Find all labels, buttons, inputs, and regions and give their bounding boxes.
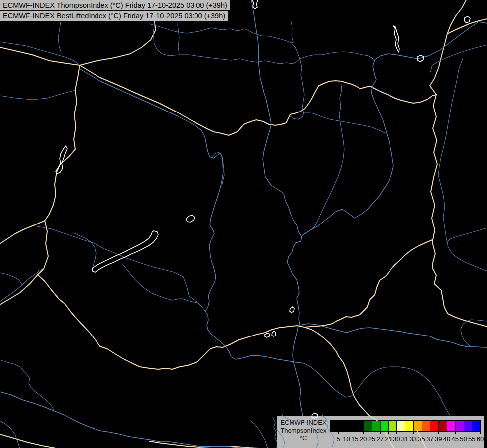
sio-channel <box>122 264 205 311</box>
legend-cell-30: 30 <box>388 420 397 432</box>
legend-tick-label: 15 <box>351 435 358 443</box>
legend-tick-label: 31 <box>401 435 408 443</box>
color-scale-cells: 51015202527293031333537394045505560 <box>330 420 481 432</box>
danube-river <box>80 69 304 363</box>
maros-river <box>300 324 487 347</box>
rivers-group <box>0 0 487 448</box>
legend-cell-31: 31 <box>396 420 405 432</box>
bottomleft-river <box>0 421 20 448</box>
legend-tick-label: 50 <box>460 435 467 443</box>
danube-upper-austria <box>0 42 78 64</box>
raab-river <box>37 226 197 302</box>
legend-tick-label: 10 <box>343 435 350 443</box>
lake-velence <box>186 215 195 222</box>
oxbow-lake-b <box>272 331 276 336</box>
maros-branch-ne <box>461 320 487 347</box>
legend-tick <box>480 431 481 434</box>
north-combined-river <box>300 52 375 62</box>
lake-balaton <box>92 231 158 272</box>
morava-river-west <box>58 22 61 52</box>
legend-cell-35: 35 <box>413 420 422 432</box>
somes-cris-river <box>438 59 487 271</box>
danube-serbia-arc <box>304 363 451 417</box>
cris-branch-east <box>446 228 487 242</box>
vah-river-upper <box>214 28 300 59</box>
drava-river-lower <box>0 392 249 448</box>
ne-small-lake <box>464 16 470 23</box>
upper-tisza-river <box>302 22 487 235</box>
leitha-river <box>0 90 75 100</box>
legend-cell-25: 25 <box>363 420 372 432</box>
lake-near-tisza <box>290 307 294 313</box>
vah-feeder-west <box>149 24 214 33</box>
lakes-group <box>56 0 470 337</box>
legend-cell-29: 29 <box>380 420 389 432</box>
border-serbia-croatia-south <box>304 327 371 417</box>
legend-tick-label: 37 <box>426 435 433 443</box>
legend-cell-40: 40 <box>438 420 447 432</box>
mura-river <box>0 269 42 302</box>
legend-tick-label: 55 <box>468 435 475 443</box>
mura-feeder <box>0 273 22 285</box>
legend-tick-label: 27 <box>376 435 383 443</box>
legend-tick-label: 39 <box>435 435 442 443</box>
border-bottom-center <box>149 441 259 448</box>
legend-tick-label: 35 <box>418 435 425 443</box>
legend-cell-39: 39 <box>430 420 439 432</box>
legend-cell-60: 60 <box>472 420 481 432</box>
border-ukraine-corner <box>430 0 466 95</box>
slovakia-small-river <box>291 22 293 43</box>
legend-cell-55: 55 <box>464 420 473 432</box>
legend-title-block: ECMWF-INDEX ThompsonIndex °C <box>277 419 330 442</box>
legend-cell-5: 5 <box>330 420 339 432</box>
border-bottom-left <box>0 434 56 448</box>
legend-title-line2: ThompsonIndex <box>277 427 330 435</box>
border-slovakia-hungary <box>80 65 436 135</box>
weather-map-canvas <box>0 0 487 448</box>
legend-cell-20: 20 <box>355 420 364 432</box>
legend-tick-label: 30 <box>393 435 400 443</box>
south-small-river-b <box>273 417 277 448</box>
legend-tick-label: 60 <box>477 435 484 443</box>
map-title-best-lifted-index: ECMWF-INDEX BestLiftedIndex (°C) Friday … <box>0 10 228 21</box>
legend-tick-label: 33 <box>410 435 417 443</box>
kapos-river <box>0 360 54 410</box>
legend-cell-27: 27 <box>372 420 381 432</box>
legend-tick-label: 45 <box>451 435 458 443</box>
legend-tick-label: 20 <box>360 435 367 443</box>
border-slovenia-croatia <box>0 221 48 305</box>
border-croatia-hungary-drava <box>38 275 304 369</box>
border-romania-east <box>431 95 487 327</box>
south-small-river-a <box>250 421 268 448</box>
legend-cell-50: 50 <box>455 420 464 432</box>
legend-tick-label: 29 <box>385 435 391 443</box>
legend-cell-10: 10 <box>338 420 347 432</box>
legend-cell-15: 15 <box>347 420 356 432</box>
legend-title-line1: ECMWF-INDEX <box>277 419 330 427</box>
sajo-river <box>304 113 386 133</box>
border-austria-hungary-west <box>45 65 80 221</box>
danube-second-bank <box>211 152 224 186</box>
slovakia-reservoir-sliver <box>393 26 399 52</box>
color-scale-legend: ECMWF-INDEX ThompsonIndex °C 51015202527… <box>277 416 484 448</box>
legend-cell-37: 37 <box>422 420 431 432</box>
tisza-river <box>251 0 303 420</box>
zala-river <box>74 233 96 268</box>
legend-unit-label: °C <box>277 434 330 442</box>
country-borders-group <box>0 0 487 448</box>
border-slovenia-west <box>0 221 45 244</box>
border-hungary-serbia-diagonal <box>304 240 432 327</box>
legend-tick-label: 25 <box>368 435 375 443</box>
oxbow-lake-a <box>265 333 270 337</box>
legend-cell-45: 45 <box>447 420 456 432</box>
legend-tick-label: 40 <box>443 435 450 443</box>
legend-cell-33: 33 <box>405 420 414 432</box>
map-title-thompson-index: ECMWF-INDEX ThompsonIndex (°C) Friday 17… <box>0 0 230 11</box>
legend-tick-label: 5 <box>336 435 340 443</box>
weather-map-page: ECMWF-INDEX ThompsonIndex (°C) Friday 17… <box>0 0 487 448</box>
